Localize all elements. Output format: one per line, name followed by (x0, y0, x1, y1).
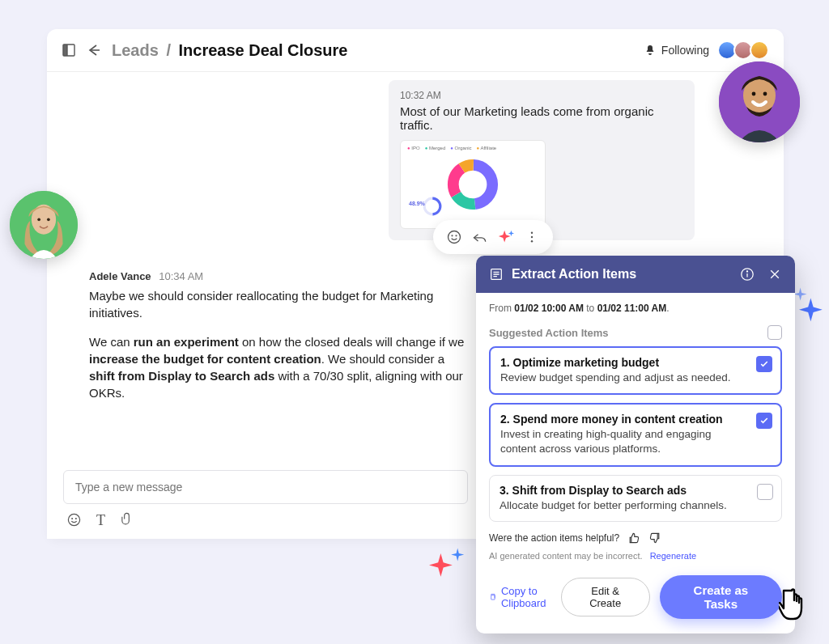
item-desc: Review budget spending and adjust as nee… (500, 371, 748, 385)
donut-chart (447, 159, 499, 210)
text: 01/02 11:00 AM (597, 303, 667, 314)
text: shift from Display to Search ads (89, 369, 274, 383)
disclaimer-text: AI generated content may be incorrect. (489, 551, 643, 561)
back-arrow-icon[interactable] (86, 42, 102, 58)
item-title: Spend more money in content creation (513, 413, 723, 426)
action-item[interactable]: 2. Spend more money in content creation … (489, 403, 782, 466)
breadcrumb-separator: / (166, 41, 171, 59)
list-icon (489, 267, 504, 282)
breadcrumb: Leads / Increase Deal Closure (112, 41, 348, 60)
close-icon[interactable] (767, 267, 782, 282)
disclaimer: AI generated content may be incorrect. R… (476, 544, 795, 561)
mini-donut: 48.9% (422, 196, 443, 217)
svg-point-31 (37, 218, 40, 221)
svg-point-11 (452, 235, 453, 236)
reply-icon[interactable] (471, 228, 489, 246)
svg-point-15 (531, 240, 533, 242)
sparkle-icon[interactable] (497, 228, 515, 246)
chart-legend: IPO Merged Organic Affiliate (407, 146, 496, 150)
item-title: Optimize marketing budget (513, 356, 659, 369)
thumbs-down-icon[interactable] (648, 532, 661, 544)
message-reaction-toolbar (433, 220, 553, 254)
panel-subheading: Suggested Action Items (476, 314, 795, 346)
item-number: 2. (500, 413, 510, 426)
svg-point-13 (531, 232, 533, 234)
user-avatar-large (719, 61, 800, 142)
item-number: 3. (500, 484, 509, 497)
action-item[interactable]: 1. Optimize marketing budget Review budg… (489, 346, 782, 395)
legend-item: Organic (450, 146, 471, 150)
message-header: Adele Vance 10:34 AM (89, 270, 465, 282)
svg-point-36 (763, 92, 767, 96)
item-desc: Invest in creating high-quality and enga… (500, 427, 748, 456)
info-icon[interactable] (740, 267, 755, 282)
item-checkbox[interactable] (756, 413, 772, 429)
header-right: Following (644, 40, 769, 60)
following-button[interactable]: Following (644, 44, 709, 57)
message-composer: T (63, 470, 468, 529)
select-all-checkbox[interactable] (767, 325, 782, 340)
following-label: Following (661, 44, 709, 57)
emoji-icon[interactable] (445, 228, 463, 246)
svg-point-12 (456, 235, 457, 236)
sparkle-icon (429, 547, 468, 579)
regenerate-link[interactable]: Regenerate (650, 551, 697, 561)
svg-point-32 (47, 218, 50, 221)
participant-avatars[interactable] (721, 40, 769, 60)
sender-name: Adele Vance (89, 270, 151, 282)
item-desc: Allocate budget for better performing ch… (500, 498, 749, 513)
user-avatar-large (10, 191, 78, 259)
message-text: Maybe we should consider reallocating th… (89, 287, 465, 402)
item-checkbox[interactable] (757, 484, 773, 500)
composer-toolbar: T (63, 512, 468, 529)
create-as-tasks-button[interactable]: Create as Tasks (660, 575, 782, 619)
svg-point-35 (752, 92, 756, 96)
chart-card[interactable]: IPO Merged Organic Affiliate (400, 140, 546, 229)
attachment-icon[interactable] (120, 512, 134, 529)
message-bubble[interactable]: 10:32 AM Most of our Marketing leads com… (389, 80, 695, 240)
text: . We should consider a (321, 352, 444, 366)
svg-point-16 (68, 514, 79, 525)
text: From (489, 303, 514, 314)
text: to (584, 303, 597, 314)
legend-item: Merged (425, 146, 446, 150)
copy-label: Copy to Clipboard (501, 585, 551, 609)
subheading-label: Suggested Action Items (489, 327, 609, 339)
legend-item: IPO (407, 146, 420, 150)
text: We can (89, 335, 134, 349)
percent-label: 48.9% (409, 201, 425, 206)
svg-point-25 (746, 271, 747, 272)
edit-create-button[interactable]: Edit & Create (561, 578, 650, 616)
action-item-list: 1. Optimize marketing budget Review budg… (476, 346, 795, 522)
message-time: 10:34 AM (159, 270, 203, 282)
text-format-icon[interactable]: T (96, 512, 105, 529)
message-bubble[interactable]: Adele Vance 10:34 AM Maybe we should con… (89, 270, 465, 413)
header: Leads / Increase Deal Closure Following (47, 29, 784, 72)
message-time: 10:32 AM (400, 90, 683, 101)
panel-collapse-icon[interactable] (62, 43, 76, 57)
page-title: Increase Deal Closure (179, 41, 348, 59)
extract-action-items-panel: Extract Action Items From 01/02 10:00 AM… (476, 256, 795, 633)
action-item[interactable]: 3. Shift from Display to Search ads Allo… (489, 475, 782, 522)
item-title: Shift from Display to Search ads (512, 484, 687, 497)
copy-to-clipboard-button[interactable]: Copy to Clipboard (489, 585, 551, 609)
text: . (666, 303, 669, 314)
breadcrumb-parent[interactable]: Leads (112, 41, 159, 59)
legend-item: Affiliate (477, 146, 497, 150)
avatar (750, 40, 769, 60)
item-checkbox[interactable] (756, 356, 772, 372)
feedback-row: Were the action items helpful? (476, 522, 795, 544)
text: on how the closed deals will change if w… (239, 335, 465, 349)
message-input[interactable] (63, 470, 468, 504)
svg-rect-2 (63, 44, 67, 56)
cursor-pointer-icon (779, 586, 814, 625)
svg-point-18 (75, 519, 76, 519)
svg-point-10 (449, 231, 461, 244)
svg-point-17 (72, 519, 73, 519)
panel-footer: Copy to Clipboard Edit & Create Create a… (476, 561, 795, 633)
thumbs-up-icon[interactable] (627, 532, 640, 544)
emoji-icon[interactable] (66, 512, 82, 529)
panel-title: Extract Action Items (512, 267, 636, 282)
svg-point-14 (531, 236, 533, 238)
more-vertical-icon[interactable] (523, 228, 541, 246)
